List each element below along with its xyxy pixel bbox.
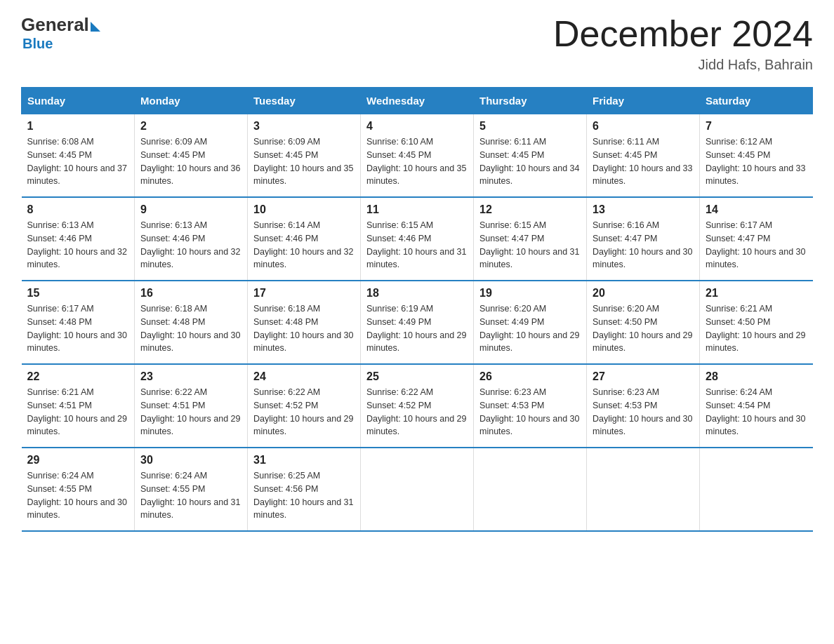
calendar-cell: 26 Sunrise: 6:23 AM Sunset: 4:53 PM Dayl… [474,364,587,448]
calendar-cell: 4 Sunrise: 6:10 AM Sunset: 4:45 PM Dayli… [361,114,474,198]
day-number: 18 [366,287,468,300]
day-number: 26 [479,370,581,383]
calendar-cell: 27 Sunrise: 6:23 AM Sunset: 4:53 PM Dayl… [587,364,700,448]
day-info: Sunrise: 6:24 AM Sunset: 4:55 PM Dayligh… [140,469,241,522]
logo-general-text: General [21,14,89,36]
day-info: Sunrise: 6:15 AM Sunset: 4:47 PM Dayligh… [479,219,581,271]
day-number: 9 [140,203,241,216]
day-number: 1 [27,120,129,133]
header-monday: Monday [135,88,248,114]
calendar-cell: 15 Sunrise: 6:17 AM Sunset: 4:48 PM Dayl… [22,281,135,364]
day-info: Sunrise: 6:11 AM Sunset: 4:45 PM Dayligh… [479,135,581,188]
day-number: 16 [140,287,241,300]
day-number: 25 [366,370,468,383]
calendar-body: 1 Sunrise: 6:08 AM Sunset: 4:45 PM Dayli… [22,114,813,532]
day-number: 12 [479,203,581,216]
day-info: Sunrise: 6:22 AM Sunset: 4:52 PM Dayligh… [253,386,355,438]
title-area: December 2024 Jidd Hafs, Bahrain [553,14,813,73]
calendar-cell: 1 Sunrise: 6:08 AM Sunset: 4:45 PM Dayli… [22,114,135,198]
calendar-cell: 30 Sunrise: 6:24 AM Sunset: 4:55 PM Dayl… [135,448,248,531]
day-number: 3 [253,120,355,133]
week-row-2: 8 Sunrise: 6:13 AM Sunset: 4:46 PM Dayli… [22,197,813,281]
day-info: Sunrise: 6:24 AM Sunset: 4:54 PM Dayligh… [706,386,807,438]
calendar-cell: 21 Sunrise: 6:21 AM Sunset: 4:50 PM Dayl… [700,281,813,364]
day-info: Sunrise: 6:10 AM Sunset: 4:45 PM Dayligh… [366,135,468,188]
day-number: 21 [706,287,807,300]
day-number: 23 [140,370,241,383]
calendar-cell [587,448,700,531]
page-header: General Blue December 2024 Jidd Hafs, Ba… [21,14,813,73]
day-info: Sunrise: 6:18 AM Sunset: 4:48 PM Dayligh… [140,302,241,355]
header-tuesday: Tuesday [248,88,361,114]
calendar-cell: 18 Sunrise: 6:19 AM Sunset: 4:49 PM Dayl… [361,281,474,364]
day-number: 4 [366,120,468,133]
header-friday: Friday [587,88,700,114]
day-info: Sunrise: 6:15 AM Sunset: 4:46 PM Dayligh… [366,219,468,271]
day-number: 2 [140,120,241,133]
day-info: Sunrise: 6:21 AM Sunset: 4:50 PM Dayligh… [706,302,807,355]
location-text: Jidd Hafs, Bahrain [553,57,813,73]
calendar-cell: 23 Sunrise: 6:22 AM Sunset: 4:51 PM Dayl… [135,364,248,448]
week-row-5: 29 Sunrise: 6:24 AM Sunset: 4:55 PM Dayl… [22,448,813,531]
day-info: Sunrise: 6:25 AM Sunset: 4:56 PM Dayligh… [253,469,355,522]
day-number: 11 [366,203,468,216]
logo-blue-text: Blue [22,36,53,52]
day-info: Sunrise: 6:17 AM Sunset: 4:47 PM Dayligh… [706,219,807,271]
day-info: Sunrise: 6:08 AM Sunset: 4:45 PM Dayligh… [27,135,129,188]
header-thursday: Thursday [474,88,587,114]
calendar-cell: 3 Sunrise: 6:09 AM Sunset: 4:45 PM Dayli… [248,114,361,198]
day-info: Sunrise: 6:22 AM Sunset: 4:52 PM Dayligh… [366,386,468,438]
day-info: Sunrise: 6:24 AM Sunset: 4:55 PM Dayligh… [27,469,129,522]
day-number: 10 [253,203,355,216]
calendar-cell [474,448,587,531]
calendar-cell: 12 Sunrise: 6:15 AM Sunset: 4:47 PM Dayl… [474,197,587,281]
header-row: SundayMondayTuesdayWednesdayThursdayFrid… [22,88,813,114]
day-info: Sunrise: 6:17 AM Sunset: 4:48 PM Dayligh… [27,302,129,355]
day-number: 5 [479,120,581,133]
day-info: Sunrise: 6:13 AM Sunset: 4:46 PM Dayligh… [140,219,241,271]
day-number: 6 [593,120,694,133]
day-info: Sunrise: 6:20 AM Sunset: 4:49 PM Dayligh… [479,302,581,355]
calendar-cell: 2 Sunrise: 6:09 AM Sunset: 4:45 PM Dayli… [135,114,248,198]
day-info: Sunrise: 6:12 AM Sunset: 4:45 PM Dayligh… [706,135,807,188]
header-sunday: Sunday [22,88,135,114]
day-info: Sunrise: 6:23 AM Sunset: 4:53 PM Dayligh… [593,386,694,438]
day-info: Sunrise: 6:23 AM Sunset: 4:53 PM Dayligh… [479,386,581,438]
calendar-cell: 11 Sunrise: 6:15 AM Sunset: 4:46 PM Dayl… [361,197,474,281]
calendar-cell: 16 Sunrise: 6:18 AM Sunset: 4:48 PM Dayl… [135,281,248,364]
calendar-cell: 10 Sunrise: 6:14 AM Sunset: 4:46 PM Dayl… [248,197,361,281]
calendar-table: SundayMondayTuesdayWednesdayThursdayFrid… [21,87,813,532]
day-number: 17 [253,287,355,300]
calendar-cell: 7 Sunrise: 6:12 AM Sunset: 4:45 PM Dayli… [700,114,813,198]
week-row-3: 15 Sunrise: 6:17 AM Sunset: 4:48 PM Dayl… [22,281,813,364]
calendar-cell: 19 Sunrise: 6:20 AM Sunset: 4:49 PM Dayl… [474,281,587,364]
calendar-cell: 13 Sunrise: 6:16 AM Sunset: 4:47 PM Dayl… [587,197,700,281]
day-info: Sunrise: 6:09 AM Sunset: 4:45 PM Dayligh… [253,135,355,188]
calendar-cell: 14 Sunrise: 6:17 AM Sunset: 4:47 PM Dayl… [700,197,813,281]
day-number: 22 [27,370,129,383]
calendar-cell: 5 Sunrise: 6:11 AM Sunset: 4:45 PM Dayli… [474,114,587,198]
day-info: Sunrise: 6:18 AM Sunset: 4:48 PM Dayligh… [253,302,355,355]
day-number: 7 [706,120,807,133]
header-saturday: Saturday [700,88,813,114]
day-number: 31 [253,454,355,467]
calendar-cell: 29 Sunrise: 6:24 AM Sunset: 4:55 PM Dayl… [22,448,135,531]
day-number: 19 [479,287,581,300]
calendar-cell: 9 Sunrise: 6:13 AM Sunset: 4:46 PM Dayli… [135,197,248,281]
day-info: Sunrise: 6:22 AM Sunset: 4:51 PM Dayligh… [140,386,241,438]
day-info: Sunrise: 6:21 AM Sunset: 4:51 PM Dayligh… [27,386,129,438]
day-number: 8 [27,203,129,216]
day-info: Sunrise: 6:14 AM Sunset: 4:46 PM Dayligh… [253,219,355,271]
day-number: 20 [593,287,694,300]
day-info: Sunrise: 6:20 AM Sunset: 4:50 PM Dayligh… [593,302,694,355]
calendar-cell: 6 Sunrise: 6:11 AM Sunset: 4:45 PM Dayli… [587,114,700,198]
header-wednesday: Wednesday [361,88,474,114]
calendar-cell [361,448,474,531]
month-title: December 2024 [553,14,813,54]
calendar-cell: 25 Sunrise: 6:22 AM Sunset: 4:52 PM Dayl… [361,364,474,448]
day-info: Sunrise: 6:19 AM Sunset: 4:49 PM Dayligh… [366,302,468,355]
day-number: 15 [27,287,129,300]
day-info: Sunrise: 6:16 AM Sunset: 4:47 PM Dayligh… [593,219,694,271]
calendar-cell: 17 Sunrise: 6:18 AM Sunset: 4:48 PM Dayl… [248,281,361,364]
day-number: 14 [706,203,807,216]
